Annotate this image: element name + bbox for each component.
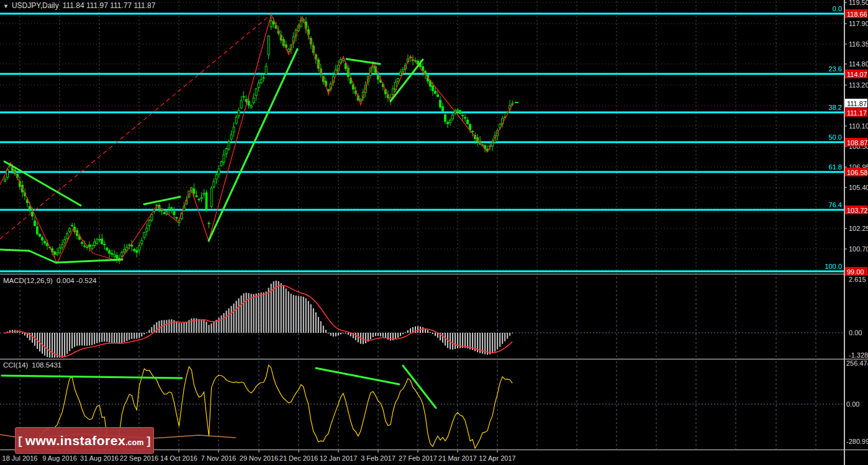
macd-bar [138,333,140,338]
candle-body [208,223,210,223]
macd-bar [210,323,212,333]
macd-bar [166,320,167,333]
macd-bar [104,333,105,341]
macd-bar [286,289,287,333]
macd-bar [345,333,346,333]
candle-body [42,238,43,240]
macd-bar [323,326,324,333]
macd-bar [400,333,401,336]
macd-bar [126,333,127,341]
candle-body [225,148,227,153]
macd-bar [442,333,443,343]
candle-body [81,243,83,244]
symbol-dropdown-icon[interactable]: ▼ [3,3,9,9]
macd-bar [263,292,264,333]
candle-body [372,66,374,68]
macd-bar [226,310,227,333]
macd-bar [69,333,70,351]
candle-body [462,115,464,116]
price-tick-label: 119.50 [849,0,868,6]
macd-bar [348,333,349,335]
macd-bar [402,333,404,334]
candle-body [114,255,115,256]
macd-bar [131,333,132,339]
price-badge-label: 103.72 [847,207,868,214]
candle-body [39,234,41,236]
macd-bar [291,294,292,333]
fib-label: 61.8 [829,163,842,171]
candle-body [235,117,237,123]
candle-body [131,245,133,246]
macd-bar [176,322,177,333]
macd-bar [109,333,110,342]
fib-label: 23.6 [829,65,842,73]
macd-bar [198,319,199,333]
chart-canvas[interactable]: 0.023.638.250.061.876.4100.0119.50117.90… [0,0,868,465]
macd-bar [74,333,75,347]
macd-bar [261,292,262,333]
candle-body [109,251,111,253]
macd-bar [251,294,252,333]
macd-bar [375,333,376,336]
time-tick-label: 12 Apr 2017 [479,454,515,462]
macd-bar [208,325,209,333]
candle-body [228,142,230,149]
candle-body [69,228,71,232]
macd-bar [49,333,50,358]
macd-bar [328,333,329,333]
macd-bar [499,333,500,347]
candle-body [243,97,245,97]
candle-body [287,49,289,52]
macd-bar [301,296,302,333]
macd-bar [308,301,309,333]
macd-bar [84,333,85,346]
candle-body [250,106,252,107]
macd-bar [214,322,215,333]
candle-body [141,240,143,243]
candle-body [193,189,195,194]
trendline[interactable] [0,250,29,251]
candle-body [459,111,461,114]
macd-bar [143,333,145,335]
macd-bar [151,327,152,333]
price-badge-label: 111.87 [847,100,867,107]
macd-bar [233,304,235,333]
candle-body [4,179,6,181]
candle-body [445,115,446,122]
macd-axis-label: 0.00 [849,329,862,336]
macd-bar [338,333,339,336]
macd-bar [96,333,97,343]
chart-background [0,0,868,465]
macd-bar [313,308,314,333]
candle-body [104,244,106,245]
candle-body [377,75,379,79]
instaforex-watermark: [ www.instaforex .com ] [15,427,154,454]
macd-bar [32,333,33,343]
candle-body [218,169,220,174]
candle-body [176,217,178,219]
candle-body [233,127,235,132]
candle-body [59,248,61,253]
macd-bar [407,330,409,333]
watermark-open-bracket: [ [18,434,22,448]
candle-body [143,232,145,237]
macd-bar [119,333,120,344]
macd-axis-label: 2.615 [849,276,866,283]
candle-body [223,155,225,162]
macd-bar [335,333,337,336]
cci-name: CCI(14) [3,361,28,369]
macd-bar [276,281,277,333]
time-tick-label: 12 Jan 2017 [320,454,358,462]
macd-bar [509,333,510,336]
macd-bar [101,333,102,342]
macd-bar [395,333,396,339]
macd-bar [106,333,107,342]
candle-body [168,207,170,209]
candle-body [265,66,267,74]
fib-label: 0.0 [833,5,842,12]
macd-bar [136,333,137,339]
price-tick-label: 117.90 [849,20,868,27]
macd-bar [266,292,267,333]
candle-body [151,214,153,220]
candle-body [240,101,242,108]
